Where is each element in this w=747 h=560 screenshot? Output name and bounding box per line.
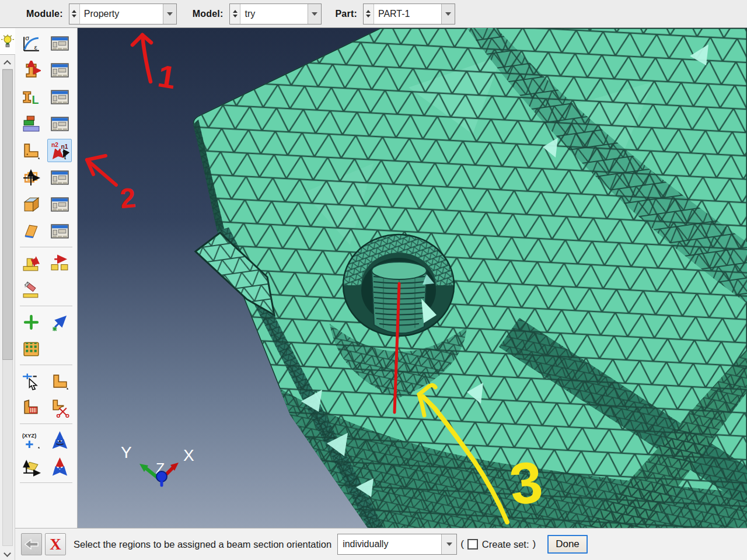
paren-close: ) [533, 538, 536, 550]
model-combobox[interactable]: try [229, 4, 322, 24]
delete-skin-icon [22, 281, 41, 300]
prompt-bar: X Select the regions to be assigned a be… [15, 528, 747, 560]
composite-layup-icon [22, 114, 41, 134]
shell-section-manager-button[interactable] [47, 219, 72, 243]
create-skin-button[interactable] [19, 251, 43, 275]
part-dropdown-arrow[interactable] [441, 4, 455, 24]
section-assignment-manager-button[interactable] [47, 85, 72, 108]
model-spinner[interactable] [230, 4, 240, 24]
datum-axes-icon [50, 430, 69, 450]
render-options-button[interactable] [0, 28, 15, 55]
toolbox-scrollbar-thumb[interactable] [2, 69, 13, 360]
section-manager-button[interactable] [47, 58, 72, 82]
svg-text:n1: n1 [61, 144, 68, 150]
annotation-number-2: 2 [118, 182, 137, 214]
toolbox-divider [20, 247, 72, 247]
manager-window-icon [50, 34, 69, 53]
create-stringer-button[interactable] [47, 251, 72, 275]
back-arrow-icon [25, 539, 39, 550]
material-manager-button[interactable] [47, 32, 72, 55]
assign-section-button[interactable]: L [19, 85, 43, 108]
wire-arrow-icon [50, 313, 69, 332]
selection-method-dropdown-arrow[interactable] [441, 534, 456, 554]
part-label: Part: [335, 9, 357, 19]
manager-window-icon [50, 88, 69, 107]
cut-profile-button[interactable] [47, 396, 72, 419]
paren-open: ( [460, 538, 464, 550]
svg-text:L: L [32, 93, 39, 106]
toolbox-divider [20, 482, 72, 483]
delete-skin-button[interactable] [19, 278, 43, 302]
manager-window-icon [50, 114, 69, 134]
chevron-down-icon [167, 12, 173, 16]
left-strip [0, 28, 15, 560]
material-stress-strain-icon: σ ε [22, 34, 41, 53]
edit-vertex-cursor-icon [22, 372, 41, 391]
create-wire-button[interactable] [19, 310, 43, 334]
shell-section-button[interactable] [19, 219, 43, 243]
shell-plane-icon [22, 222, 41, 241]
create-datum-point-button[interactable]: (XYZ) [19, 428, 43, 452]
module-label: Module: [26, 9, 63, 19]
svg-text:ε: ε [34, 43, 37, 50]
wire-feature-button[interactable] [47, 310, 72, 334]
bolt-top [372, 262, 427, 279]
model-dropdown-arrow[interactable] [308, 4, 321, 24]
toolbox-scroll-down-button[interactable] [1, 546, 14, 560]
edit-profile-button[interactable] [47, 369, 72, 393]
part-combobox[interactable]: PART-1 [363, 4, 455, 24]
solid-L-hatch-icon [22, 398, 41, 418]
annotation-number-3: 3 [507, 449, 546, 517]
create-section-icon [22, 61, 41, 80]
vertex-table-button[interactable] [19, 337, 43, 360]
assign-beam-orientation-button[interactable]: n2 n1 t [47, 139, 72, 162]
module-spinner[interactable] [69, 4, 80, 24]
module-dropdown-arrow[interactable] [163, 4, 176, 24]
previous-step-button[interactable] [21, 533, 42, 555]
create-section-button[interactable] [19, 58, 43, 82]
chevron-down-icon [4, 550, 11, 557]
solid-section-manager-button[interactable] [47, 192, 72, 216]
small-profile-icon [50, 372, 69, 391]
composite-layup-manager-button[interactable] [47, 112, 72, 135]
svg-text:(XYZ): (XYZ) [22, 433, 36, 439]
chevron-up-icon [4, 60, 11, 67]
toolbox-scroll-up-button[interactable] [1, 55, 14, 69]
z-axis-arrow [156, 471, 167, 482]
material-stress-strain-button[interactable]: σ ε [19, 32, 43, 55]
part-spinner[interactable] [364, 4, 374, 24]
viewport-canvas[interactable]: Y X Z 1 2 3 [78, 28, 747, 528]
create-datum-csys-button[interactable] [47, 455, 72, 478]
create-set-checkbox[interactable] [467, 539, 478, 550]
create-datum-axis-button[interactable] [47, 428, 72, 452]
create-datum-plane-button[interactable] [19, 455, 43, 478]
datum-plane-icon [22, 457, 41, 477]
model-viewport[interactable]: Y X Z 1 2 3 [78, 28, 747, 528]
manager-window-icon [50, 222, 69, 241]
composite-layup-button[interactable] [19, 112, 43, 135]
create-profile-button[interactable] [19, 139, 43, 162]
vertex-table-icon [22, 340, 41, 359]
solid-section-button[interactable] [19, 192, 43, 216]
selection-method-combobox[interactable]: individually [337, 534, 457, 555]
module-combobox[interactable]: Property [69, 4, 177, 24]
svg-text:σ: σ [25, 34, 29, 41]
context-bar: Module: Property Model: try Part: PART-1 [0, 0, 747, 28]
chevron-down-icon [312, 12, 317, 16]
edit-vertex-button[interactable] [19, 369, 43, 393]
done-button[interactable]: Done [547, 535, 588, 554]
toolbox-divider [20, 424, 72, 424]
assign-solid-section-button[interactable] [19, 396, 43, 419]
toolbox-divider [20, 365, 72, 365]
toolbox-scrollbar[interactable] [2, 69, 13, 546]
material-orientation-manager-button[interactable] [47, 166, 72, 189]
cancel-procedure-button[interactable]: X [45, 533, 66, 555]
assign-material-orientation-icon [22, 168, 41, 187]
assign-material-orientation-button[interactable] [19, 166, 43, 189]
cancel-x-icon: X [50, 537, 61, 552]
assign-beam-orientation-icon: n2 n1 t [50, 141, 69, 160]
section-with-L-icon: L [22, 88, 41, 107]
create-set-label: Create set: [482, 539, 529, 550]
svg-text:n2: n2 [51, 142, 58, 148]
selection-method-value: individually [338, 534, 441, 554]
